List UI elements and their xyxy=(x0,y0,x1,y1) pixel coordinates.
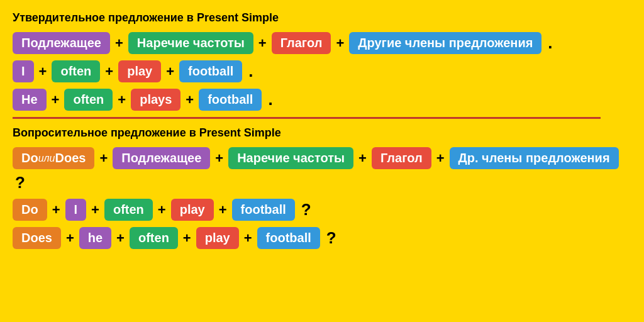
interrog-example2-row: Does + he + often + play + football ? xyxy=(13,227,631,249)
op5: + xyxy=(104,64,114,80)
op21: + xyxy=(243,230,253,247)
op17: + xyxy=(218,202,228,218)
op1: + xyxy=(114,35,125,52)
chip-verb: Глагол xyxy=(272,32,331,54)
chip-f-other: Др. члены предложения xyxy=(450,147,619,169)
op12: + xyxy=(357,150,368,167)
chip-f-adverb: Наречие частоты xyxy=(228,147,353,169)
chip-i2: I xyxy=(65,199,87,221)
example1-row: I + often + play + football . xyxy=(13,60,631,82)
q1: ? xyxy=(15,173,25,192)
chip-football3: football xyxy=(232,199,295,221)
chip-subject: Подлежащее xyxy=(13,32,110,54)
do-text: Do xyxy=(21,151,38,165)
section-divider xyxy=(13,117,601,119)
interrogative-section: Вопросительное предложение в Present Sim… xyxy=(13,126,631,249)
affirmative-title: Утвердительное предложение в Present Sim… xyxy=(13,11,631,25)
chip-do: Do xyxy=(13,199,47,221)
op7: + xyxy=(50,92,61,108)
op19: + xyxy=(115,230,126,247)
affirmative-section: Утвердительное предложение в Present Sim… xyxy=(13,11,631,111)
chip-often3: often xyxy=(104,199,153,221)
chip-play3: play xyxy=(171,199,214,221)
op9: + xyxy=(184,92,195,108)
chip-football1: football xyxy=(179,60,242,82)
dot3: . xyxy=(268,90,272,109)
chip-does: Does xyxy=(13,227,61,249)
op14: + xyxy=(51,202,62,218)
op8: + xyxy=(116,92,127,108)
op2: + xyxy=(257,35,268,52)
op20: + xyxy=(182,230,192,247)
chip-often1: often xyxy=(52,60,100,82)
op18: + xyxy=(65,230,75,247)
chip-often2: often xyxy=(64,89,113,111)
chip-he2: he xyxy=(79,227,111,249)
chip-often4: often xyxy=(130,227,178,249)
dot2: . xyxy=(248,62,253,81)
does-text: Does xyxy=(55,151,86,165)
op13: + xyxy=(435,150,446,167)
ili-text: или xyxy=(38,153,55,164)
dot1: . xyxy=(548,33,552,53)
op11: + xyxy=(214,150,225,167)
chip-f-subject: Подлежащее xyxy=(113,147,210,169)
chip-other: Другие члены предложения xyxy=(349,32,541,54)
op6: + xyxy=(165,64,175,80)
op3: + xyxy=(335,35,345,52)
q2: ? xyxy=(301,200,311,219)
interrogative-title: Вопросительное предложение в Present Sim… xyxy=(13,126,631,140)
chip-do-does: Do или Does xyxy=(13,147,94,169)
chip-he: He xyxy=(13,89,47,111)
chip-f-verb: Глагол xyxy=(372,147,431,169)
chip-play1: play xyxy=(118,60,161,82)
op15: + xyxy=(90,202,101,218)
chip-i: I xyxy=(13,60,34,82)
op10: + xyxy=(98,150,109,167)
chip-plays2: plays xyxy=(131,89,180,111)
chip-football2: football xyxy=(199,89,262,111)
op16: + xyxy=(157,202,167,218)
op4: + xyxy=(38,64,48,80)
chip-football4: football xyxy=(257,227,320,249)
q3: ? xyxy=(326,228,336,248)
formula-row: Подлежащее + Наречие частоты + Глагол + … xyxy=(13,32,631,54)
interrog-formula-row: Do или Does + Подлежащее + Наречие часто… xyxy=(13,147,631,192)
interrog-example1-row: Do + I + often + play + football ? xyxy=(13,199,631,221)
chip-adverb: Наречие частоты xyxy=(128,32,253,54)
example2-row: He + often + plays + football . xyxy=(13,89,631,111)
chip-play4: play xyxy=(196,227,239,249)
